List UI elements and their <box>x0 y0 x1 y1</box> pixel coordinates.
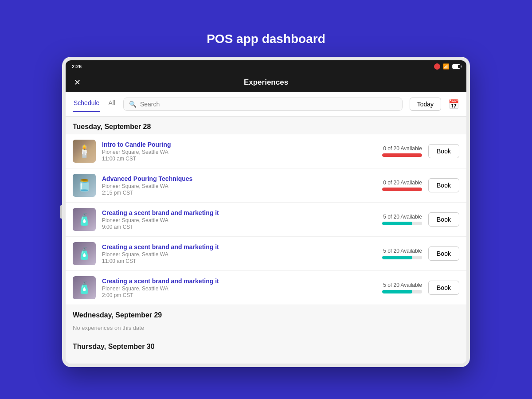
experience-time: 11:00 am CST <box>102 156 354 162</box>
status-bar: 2:26 📶 <box>66 60 466 73</box>
experience-time: 2:00 pm CST <box>102 292 354 298</box>
tablet-frame: 2:26 📶 ✕ Experiences Schedule All <box>62 57 470 367</box>
experience-time: 11:00 am CST <box>102 258 354 264</box>
experience-name: Creating a scent brand and marketing it <box>102 209 354 216</box>
availability-bar-fill <box>382 153 422 157</box>
close-button[interactable]: ✕ <box>72 77 82 88</box>
status-time: 2:26 <box>72 64 82 69</box>
experience-location: Pioneer Square, Seattle WA <box>102 149 354 155</box>
search-box: 🔍 <box>123 98 403 111</box>
experience-info: Advanced Pouring Techniques Pioneer Squa… <box>102 175 354 196</box>
tablet-screen: 2:26 📶 ✕ Experiences Schedule All <box>66 60 466 364</box>
content-area: Schedule All 🔍 Today 📅 Tuesday, Septembe… <box>66 92 466 364</box>
record-icon <box>434 63 440 70</box>
book-button[interactable]: Book <box>428 212 459 227</box>
experience-location: Pioneer Square, Seattle WA <box>102 183 354 189</box>
table-row: Creating a scent brand and marketing it … <box>66 203 466 237</box>
experience-name: Advanced Pouring Techniques <box>102 175 354 182</box>
section-empty: No experiences on this date <box>66 323 466 336</box>
experience-thumbnail <box>73 276 96 299</box>
book-button[interactable]: Book <box>428 178 459 192</box>
availability-text: 5 of 20 Available <box>383 248 422 254</box>
availability-text: 5 of 20 Available <box>383 214 422 220</box>
calendar-button[interactable]: 📅 <box>448 99 459 110</box>
search-icon: 🔍 <box>129 101 137 108</box>
tab-schedule[interactable]: Schedule <box>73 97 100 112</box>
date-header-1: Wednesday, September 29 <box>66 305 466 323</box>
experience-thumbnail <box>73 242 96 265</box>
experience-thumbnail <box>73 140 96 163</box>
date-header-0: Tuesday, September 28 <box>66 117 466 134</box>
table-row: Creating a scent brand and marketing it … <box>66 271 466 305</box>
availability-bar-fill <box>382 188 422 191</box>
availability-bar <box>382 153 422 157</box>
availability-text: 5 of 20 Available <box>383 282 422 288</box>
experience-location: Pioneer Square, Seattle WA <box>102 217 354 223</box>
experience-info: Creating a scent brand and marketing it … <box>102 278 354 298</box>
availability-bar <box>382 256 422 259</box>
battery-icon <box>452 64 460 69</box>
wifi-icon: 📶 <box>443 63 450 70</box>
nav-title: Experiences <box>244 78 288 87</box>
availability-bar <box>382 222 422 225</box>
availability-bar <box>382 188 422 191</box>
experience-info: Intro to Candle Pouring Pioneer Square, … <box>102 141 354 162</box>
experience-info: Creating a scent brand and marketing it … <box>102 209 354 230</box>
experience-location: Pioneer Square, Seattle WA <box>102 286 354 292</box>
availability-text: 0 of 20 Available <box>383 180 422 186</box>
list-area: Tuesday, September 28 Intro to Candle Po… <box>66 117 466 354</box>
toolbar: Schedule All 🔍 Today 📅 <box>66 92 466 117</box>
experience-time: 9:00 am CST <box>102 224 354 230</box>
availability-bar-fill <box>382 256 412 259</box>
nav-bar: ✕ Experiences <box>66 73 466 92</box>
today-button[interactable]: Today <box>410 98 441 111</box>
experience-name: Creating a scent brand and marketing it <box>102 278 354 285</box>
tab-all[interactable]: All <box>107 97 116 112</box>
experience-availability: 0 of 20 Available <box>360 180 422 191</box>
experience-info: Creating a scent brand and marketing it … <box>102 243 354 264</box>
tabs: Schedule All <box>73 97 116 112</box>
experience-thumbnail <box>73 208 96 231</box>
table-row: Intro to Candle Pouring Pioneer Square, … <box>66 134 466 168</box>
date-header-2: Thursday, September 30 <box>66 336 466 354</box>
availability-text: 0 of 20 Available <box>383 145 422 152</box>
tablet-side-button <box>60 205 62 219</box>
experience-time: 2:15 pm CST <box>102 190 354 196</box>
experience-thumbnail <box>73 174 96 197</box>
experience-availability: 5 of 20 Available <box>360 248 422 259</box>
page-title: POS app dashboard <box>207 32 325 46</box>
table-row: Advanced Pouring Techniques Pioneer Squa… <box>66 168 466 203</box>
experience-availability: 5 of 20 Available <box>360 282 422 293</box>
status-icons: 📶 <box>434 63 460 70</box>
search-input[interactable] <box>140 101 397 108</box>
table-row: Creating a scent brand and marketing it … <box>66 237 466 271</box>
availability-bar <box>382 290 422 293</box>
experience-availability: 0 of 20 Available <box>360 145 422 157</box>
experience-name: Intro to Candle Pouring <box>102 141 354 148</box>
experience-name: Creating a scent brand and marketing it <box>102 243 354 250</box>
availability-bar-fill <box>382 290 412 293</box>
experience-location: Pioneer Square, Seattle WA <box>102 251 354 258</box>
book-button[interactable]: Book <box>428 246 459 261</box>
book-button[interactable]: Book <box>428 281 459 295</box>
book-button[interactable]: Book <box>428 144 459 158</box>
experience-availability: 5 of 20 Available <box>360 214 422 225</box>
availability-bar-fill <box>382 222 412 225</box>
